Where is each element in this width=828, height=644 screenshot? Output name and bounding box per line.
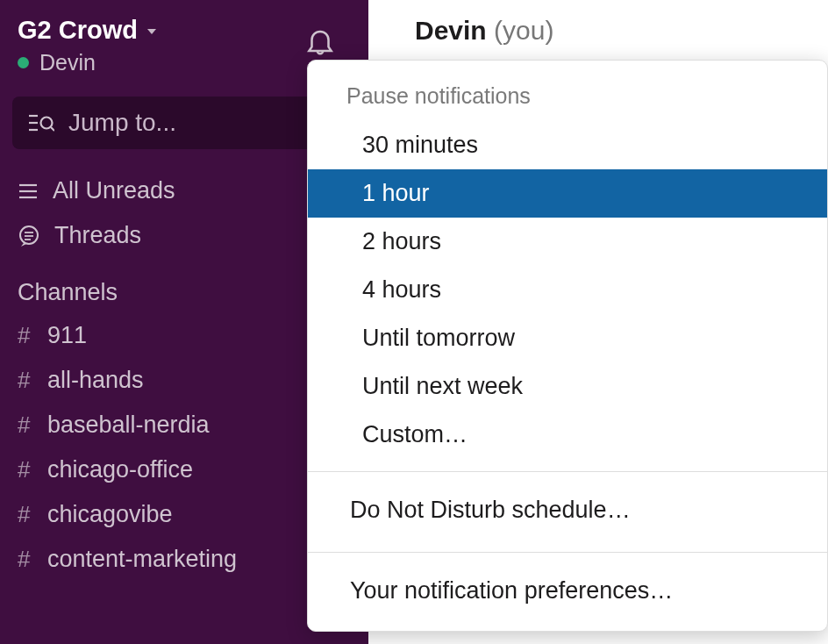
presence-active-icon [18,57,29,68]
workspace-switcher[interactable]: G2 Crowd Devin [18,16,303,75]
dm-name: Devin [415,16,487,45]
channel-label: chicagovibe [47,501,173,528]
notification-preferences-item[interactable]: Your notification preferences… [308,565,827,624]
workspace-name-label: G2 Crowd [18,16,138,45]
notifications-dropdown: Pause notifications 30 minutes1 hour2 ho… [307,60,828,632]
pause-option-item[interactable]: 30 minutes [308,121,827,169]
hash-icon: # [18,411,37,439]
hash-icon: # [18,546,37,573]
pause-options-list: 30 minutes1 hour2 hours4 hoursUntil tomo… [308,121,827,459]
hash-icon: # [18,456,37,483]
channel-label: all-hands [47,367,144,394]
dropdown-divider [308,552,827,553]
channel-label: chicago-office [47,456,193,483]
pause-option-item[interactable]: 4 hours [308,266,827,314]
unreads-icon [18,182,39,201]
current-user-label: Devin [39,50,96,75]
pause-option-item[interactable]: 2 hours [308,218,827,266]
dnd-schedule-item[interactable]: Do Not Disturb schedule… [308,484,827,540]
dm-header: Devin (you) [368,0,828,54]
channel-label: 911 [47,322,87,349]
svg-line-4 [51,127,54,131]
notifications-button[interactable] [303,16,351,61]
svg-point-8 [20,226,38,244]
dm-you-label: (you) [494,16,553,45]
jump-to-label: Jump to... [68,109,176,137]
channel-label: content-marketing [47,546,237,573]
pause-option-item[interactable]: Custom… [308,411,827,459]
chevron-down-icon [145,16,159,45]
svg-point-3 [41,118,53,129]
dm-title[interactable]: Devin (you) [415,16,793,46]
threads-icon [18,225,40,247]
jump-to-icon [28,111,54,134]
nav-all-unreads-label: All Unreads [53,177,175,204]
hash-icon: # [18,322,37,349]
pause-option-item[interactable]: Until tomorrow [308,314,827,362]
jump-to-button[interactable]: Jump to... [12,97,356,149]
bell-icon [303,25,337,58]
pause-option-item[interactable]: Until next week [308,362,827,411]
hash-icon: # [18,367,37,394]
current-user-row: Devin [18,50,303,75]
channel-label: baseball-nerdia [47,411,210,439]
pause-option-item[interactable]: 1 hour [308,169,827,218]
dropdown-divider [308,471,827,472]
nav-threads-label: Threads [54,222,141,249]
hash-icon: # [18,501,37,528]
dropdown-heading: Pause notifications [308,83,827,121]
